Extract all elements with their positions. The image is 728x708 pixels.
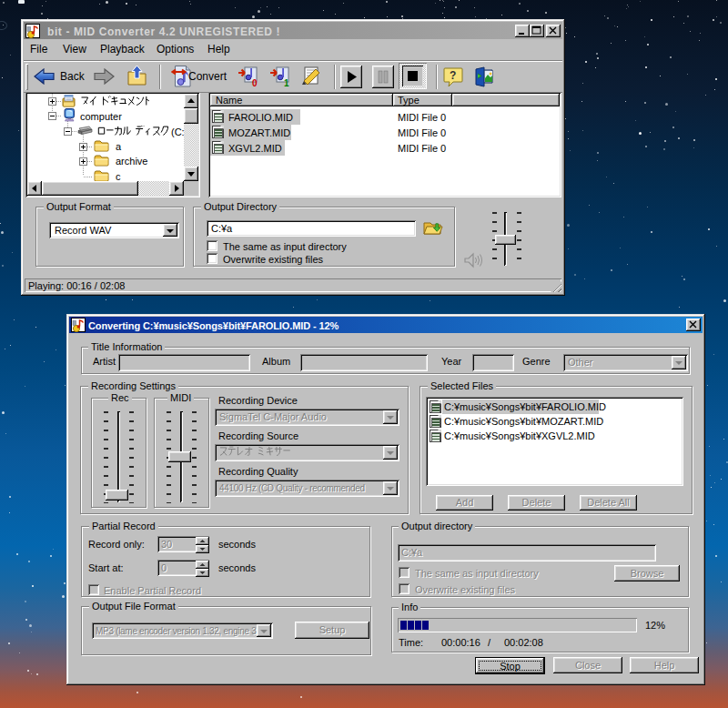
svg-text:0: 0 (252, 78, 258, 87)
svg-text:1: 1 (284, 78, 289, 87)
svg-text:?: ? (450, 69, 456, 82)
